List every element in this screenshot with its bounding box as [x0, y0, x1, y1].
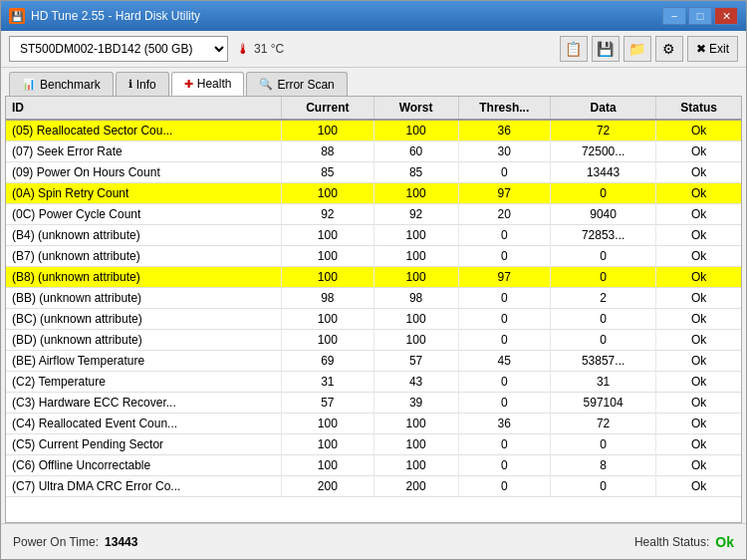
toolbar-left: ST500DM002-1BD142 (500 GB) 🌡 31 °C [9, 36, 284, 62]
cell-current: 31 [282, 372, 374, 393]
cell-current: 100 [282, 246, 374, 267]
cell-status: Ok [656, 246, 741, 267]
cell-id: (07) Seek Error Rate [6, 141, 282, 162]
cell-worst: 100 [374, 309, 458, 330]
header-worst: Worst [374, 97, 458, 120]
maximize-button[interactable]: □ [688, 7, 712, 25]
cell-worst: 100 [374, 120, 458, 141]
cell-thresh: 36 [458, 414, 550, 434]
cell-data: 0 [550, 246, 655, 267]
cell-thresh: 0 [458, 162, 550, 183]
cell-worst: 100 [374, 183, 458, 204]
cell-status: Ok [656, 309, 741, 330]
exit-label: Exit [709, 42, 729, 56]
benchmark-icon: 📊 [22, 78, 36, 91]
table-row: (C7) Ultra DMA CRC Error Co...20020000Ok [6, 476, 741, 497]
info-icon: ℹ [128, 78, 132, 91]
cell-thresh: 30 [458, 141, 550, 162]
cell-current: 98 [282, 288, 374, 309]
table-row: (BE) Airflow Temperature69574553857...Ok [6, 351, 741, 372]
cell-status: Ok [656, 455, 741, 476]
cell-status: Ok [656, 434, 741, 455]
tab-benchmark-label: Benchmark [40, 78, 101, 92]
temperature-display: 🌡 31 °C [236, 41, 284, 57]
cell-data: 53857... [550, 351, 655, 372]
cell-status: Ok [656, 330, 741, 351]
cell-worst: 100 [374, 434, 458, 455]
folder-button[interactable]: 📁 [623, 36, 651, 62]
cell-worst: 100 [374, 455, 458, 476]
cell-id: (B7) (unknown attribute) [6, 246, 282, 267]
cell-thresh: 0 [458, 372, 550, 393]
cell-data: 0 [550, 183, 655, 204]
cell-id: (C2) Temperature [6, 372, 282, 393]
window-title: HD Tune 2.55 - Hard Disk Utility [31, 9, 200, 23]
minimize-button[interactable]: − [662, 7, 686, 25]
cell-current: 200 [282, 476, 374, 497]
close-button[interactable]: ✕ [714, 7, 738, 25]
cell-status: Ok [656, 267, 741, 288]
cell-thresh: 0 [458, 330, 550, 351]
cell-id: (BC) (unknown attribute) [6, 309, 282, 330]
table-row: (C6) Offline Uncorrectable10010008Ok [6, 455, 741, 476]
settings-button[interactable]: ⚙ [655, 36, 683, 62]
main-content: ID Current Worst Thresh... Data Status (… [5, 96, 742, 523]
cell-current: 100 [282, 434, 374, 455]
power-on-label: Power On Time: [13, 535, 99, 549]
exit-button[interactable]: ✖ Exit [687, 36, 738, 62]
power-on-value: 13443 [105, 535, 137, 549]
save-button[interactable]: 💾 [592, 36, 620, 62]
cell-id: (C4) Reallocated Event Coun... [6, 414, 282, 434]
cell-data: 2 [550, 288, 655, 309]
cell-data: 72500... [550, 141, 655, 162]
cell-worst: 100 [374, 225, 458, 246]
cell-status: Ok [656, 141, 741, 162]
cell-status: Ok [656, 414, 741, 434]
table-row: (C3) Hardware ECC Recover...57390597104O… [6, 393, 741, 414]
table-row: (0C) Power Cycle Count9292209040Ok [6, 204, 741, 225]
tab-benchmark[interactable]: 📊 Benchmark [9, 72, 114, 96]
exit-icon: ✖ [696, 42, 706, 56]
table-row: (C5) Current Pending Sector10010000Ok [6, 434, 741, 455]
cell-thresh: 0 [458, 225, 550, 246]
table-row: (BB) (unknown attribute)989802Ok [6, 288, 741, 309]
cell-worst: 92 [374, 204, 458, 225]
tab-health-label: Health [197, 77, 232, 91]
cell-thresh: 0 [458, 476, 550, 497]
cell-id: (C3) Hardware ECC Recover... [6, 393, 282, 414]
cell-current: 100 [282, 183, 374, 204]
header-id: ID [6, 97, 282, 120]
tab-info[interactable]: ℹ Info [116, 72, 169, 96]
cell-status: Ok [656, 351, 741, 372]
tab-health[interactable]: ✚ Health [171, 72, 245, 96]
cell-thresh: 0 [458, 246, 550, 267]
main-window: 💾 HD Tune 2.55 - Hard Disk Utility − □ ✕… [0, 0, 747, 560]
cell-current: 100 [282, 455, 374, 476]
cell-current: 100 [282, 414, 374, 434]
header-status: Status [656, 97, 741, 120]
drive-selector[interactable]: ST500DM002-1BD142 (500 GB) [9, 36, 228, 62]
cell-status: Ok [656, 204, 741, 225]
health-status-section: Health Status: Ok [634, 534, 734, 550]
header-thresh: Thresh... [458, 97, 550, 120]
table-row: (BD) (unknown attribute)10010000Ok [6, 330, 741, 351]
table-row: (B7) (unknown attribute)10010000Ok [6, 246, 741, 267]
cell-id: (BE) Airflow Temperature [6, 351, 282, 372]
cell-data: 72853... [550, 225, 655, 246]
cell-id: (09) Power On Hours Count [6, 162, 282, 183]
cell-worst: 60 [374, 141, 458, 162]
table-row: (B8) (unknown attribute)100100970Ok [6, 267, 741, 288]
cell-id: (BD) (unknown attribute) [6, 330, 282, 351]
status-bar: Power On Time: 13443 Health Status: Ok [1, 523, 746, 559]
cell-data: 13443 [550, 162, 655, 183]
copy-button[interactable]: 📋 [560, 36, 588, 62]
cell-thresh: 0 [458, 393, 550, 414]
table-row: (05) Reallocated Sector Cou...1001003672… [6, 120, 741, 141]
cell-thresh: 0 [458, 434, 550, 455]
cell-worst: 98 [374, 288, 458, 309]
tab-error-scan[interactable]: 🔍 Error Scan [246, 72, 347, 96]
title-buttons: − □ ✕ [662, 7, 738, 25]
table-row: (09) Power On Hours Count8585013443Ok [6, 162, 741, 183]
table-container[interactable]: ID Current Worst Thresh... Data Status (… [6, 97, 741, 522]
cell-current: 69 [282, 351, 374, 372]
